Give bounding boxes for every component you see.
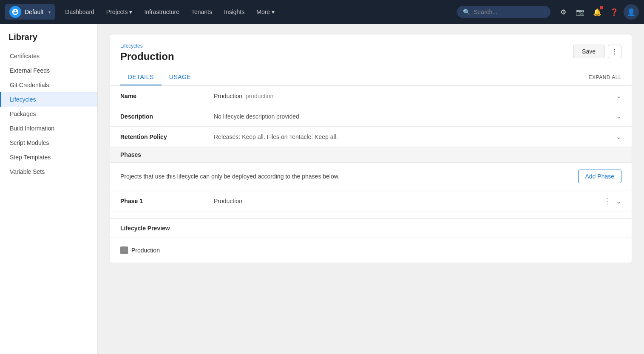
sidebar-item-variable-sets[interactable]: Variable Sets [0,164,97,179]
nav-projects[interactable]: Projects ▾ [101,5,138,19]
sidebar-title: Library [0,32,97,49]
sidebar-item-packages[interactable]: Packages [0,107,97,121]
topnav-icons: ⚙ 📷 🔔 ❓ 👤 [556,4,639,20]
notifications-icon-button[interactable]: 🔔 [590,4,605,20]
save-button[interactable]: Save [573,45,604,58]
expand-all-button[interactable]: EXPAND ALL [589,74,621,80]
retention-label: Retention Policy [120,133,214,140]
description-value: No lifecycle description provided [214,113,616,120]
main-layout: Library Certificates External Feeds Git … [0,24,644,354]
org-name: Default [25,8,43,15]
detail-row-description: Description No lifecycle description pro… [110,106,632,127]
search-input[interactable] [474,8,542,15]
name-value: Production production [214,93,616,99]
preview-phase-box [120,246,128,254]
logo-icon [9,6,21,18]
content-card: Lifecycles Production Save ⋮ DETAILS USA… [110,34,632,263]
preview-phase-1: Production [120,246,160,254]
search-bar[interactable]: 🔍 [457,6,550,18]
more-options-button[interactable]: ⋮ [608,45,621,58]
phases-header: Phases [110,147,632,163]
phase1-value: Production [214,198,604,204]
main-content: Lifecycles Production Save ⋮ DETAILS USA… [98,24,644,354]
sidebar-item-certificates[interactable]: Certificates [0,49,97,63]
logo-button[interactable]: Default ▾ [5,4,55,20]
projects-chevron-icon: ▾ [129,8,132,15]
nav-infrastructure[interactable]: Infrastructure [139,5,184,19]
tabs: DETAILS USAGE [120,69,199,85]
lifecycle-preview-header: Lifecycle Preview [110,219,632,238]
name-label: Name [120,93,214,99]
spacer [110,212,632,219]
breadcrumb[interactable]: Lifecycles [120,43,174,49]
tabs-row: DETAILS USAGE EXPAND ALL [110,69,632,86]
tab-details[interactable]: DETAILS [120,69,162,85]
search-icon: 🔍 [463,8,470,15]
retention-chevron-icon[interactable]: ⌄ [616,133,621,141]
phase1-chevron-icon[interactable]: ⌄ [616,197,621,205]
phase1-options-button[interactable]: ⋮ [604,196,613,206]
add-phase-button[interactable]: Add Phase [578,170,622,183]
phases-desc-text: Projects that use this lifecycle can onl… [120,173,340,180]
phases-description: Projects that use this lifecycle can onl… [110,163,632,190]
topnav: Default ▾ Dashboard Projects ▾ Infrastru… [0,0,644,24]
sidebar-item-build-information[interactable]: Build Information [0,121,97,136]
sidebar-item-script-modules[interactable]: Script Modules [0,136,97,150]
org-chevron-icon: ▾ [48,10,51,14]
detail-row-retention: Retention Policy Releases: Keep all. Fil… [110,127,632,147]
preview-phase-label: Production [131,247,160,254]
header-actions: Save ⋮ [573,45,621,58]
settings-icon-button[interactable]: ⚙ [556,4,571,20]
page-title: Production [120,51,174,62]
nav-tenants[interactable]: Tenants [186,5,217,19]
description-chevron-icon[interactable]: ⌄ [616,112,621,120]
name-chevron-icon[interactable]: ⌄ [616,92,621,100]
lifecycle-preview-body: Production [110,238,632,263]
phase1-label: Phase 1 [120,198,214,204]
help-icon-button[interactable]: ❓ [607,4,622,20]
name-slug: production [246,93,273,99]
name-main: Production [214,93,242,99]
sidebar-item-external-feeds[interactable]: External Feeds [0,63,97,78]
camera-icon-button[interactable]: 📷 [573,4,588,20]
notification-badge [600,6,603,9]
tab-usage[interactable]: USAGE [162,69,199,85]
sidebar: Library Certificates External Feeds Git … [0,24,98,354]
user-avatar[interactable]: 👤 [624,4,639,20]
retention-value: Releases: Keep all. Files on Tentacle: K… [214,133,616,140]
sidebar-item-lifecycles[interactable]: Lifecycles [0,92,97,107]
nav-dashboard[interactable]: Dashboard [60,5,99,19]
sidebar-item-step-templates[interactable]: Step Templates [0,150,97,164]
description-label: Description [120,113,214,120]
title-section: Lifecycles Production [120,43,174,62]
more-chevron-icon: ▾ [272,8,275,15]
phase-row-1: Phase 1 Production ⋮ ⌄ [110,190,632,212]
nav-insights[interactable]: Insights [219,5,250,19]
nav-more[interactable]: More ▾ [251,5,280,19]
card-header: Lifecycles Production Save ⋮ [110,34,632,62]
detail-row-name: Name Production production ⌄ [110,86,632,106]
phase1-actions: ⋮ ⌄ [604,196,621,206]
sidebar-item-git-credentials[interactable]: Git Credentials [0,78,97,92]
